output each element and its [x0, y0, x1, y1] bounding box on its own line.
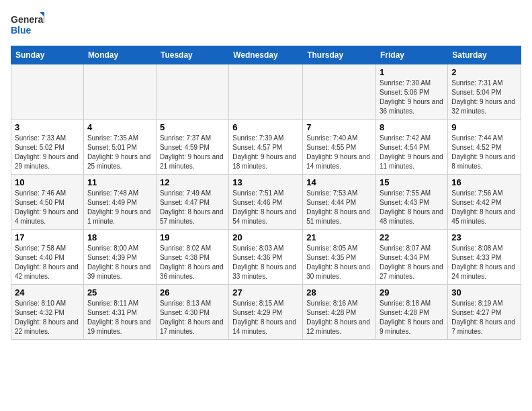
calendar-cell: 15Sunrise: 7:55 AM Sunset: 4:43 PM Dayli…: [376, 175, 448, 230]
calendar-cell: [303, 64, 376, 120]
day-info: Sunrise: 7:55 AM Sunset: 4:43 PM Dayligh…: [380, 189, 444, 226]
day-info: Sunrise: 7:35 AM Sunset: 5:01 PM Dayligh…: [87, 134, 152, 171]
day-number: 7: [306, 122, 372, 132]
calendar-cell: 5Sunrise: 7:37 AM Sunset: 4:59 PM Daylig…: [156, 120, 228, 175]
calendar-cell: 19Sunrise: 8:02 AM Sunset: 4:38 PM Dayli…: [156, 230, 228, 285]
calendar-cell: 7Sunrise: 7:40 AM Sunset: 4:55 PM Daylig…: [303, 120, 376, 175]
calendar-cell: 1Sunrise: 7:30 AM Sunset: 5:06 PM Daylig…: [376, 64, 448, 120]
day-info: Sunrise: 7:39 AM Sunset: 4:57 PM Dayligh…: [232, 134, 299, 171]
day-info: Sunrise: 7:40 AM Sunset: 4:55 PM Dayligh…: [306, 134, 372, 171]
calendar-cell: 21Sunrise: 8:05 AM Sunset: 4:35 PM Dayli…: [303, 230, 376, 285]
day-info: Sunrise: 8:19 AM Sunset: 4:27 PM Dayligh…: [451, 299, 517, 336]
calendar-cell: 27Sunrise: 8:15 AM Sunset: 4:29 PM Dayli…: [229, 285, 303, 340]
day-number: 18: [87, 232, 152, 242]
calendar-cell: 6Sunrise: 7:39 AM Sunset: 4:57 PM Daylig…: [229, 120, 303, 175]
calendar-cell: 11Sunrise: 7:48 AM Sunset: 4:49 PM Dayli…: [83, 175, 156, 230]
day-info: Sunrise: 7:42 AM Sunset: 4:54 PM Dayligh…: [380, 134, 444, 171]
day-number: 9: [451, 122, 517, 132]
day-number: 14: [306, 177, 372, 187]
calendar-cell: 4Sunrise: 7:35 AM Sunset: 5:01 PM Daylig…: [83, 120, 156, 175]
day-number: 27: [232, 287, 299, 298]
day-number: 5: [160, 122, 225, 132]
header-sunday: Sunday: [11, 46, 84, 64]
day-info: Sunrise: 7:46 AM Sunset: 4:50 PM Dayligh…: [15, 189, 80, 226]
header-saturday: Saturday: [448, 46, 521, 64]
week-row-0: 1Sunrise: 7:30 AM Sunset: 5:06 PM Daylig…: [11, 64, 521, 120]
calendar-cell: [83, 64, 156, 120]
calendar-table: SundayMondayTuesdayWednesdayThursdayFrid…: [11, 46, 521, 340]
header-friday: Friday: [376, 46, 448, 64]
logo: General Blue: [11, 11, 44, 40]
day-number: 16: [451, 177, 517, 187]
day-info: Sunrise: 7:49 AM Sunset: 4:47 PM Dayligh…: [160, 189, 225, 226]
day-number: 8: [380, 122, 444, 132]
day-number: 6: [232, 122, 299, 132]
day-info: Sunrise: 7:53 AM Sunset: 4:44 PM Dayligh…: [306, 189, 372, 226]
day-number: 3: [15, 122, 80, 132]
day-number: 21: [306, 232, 372, 242]
calendar-cell: [156, 64, 228, 120]
calendar-header-row: SundayMondayTuesdayWednesdayThursdayFrid…: [11, 46, 521, 64]
header-monday: Monday: [83, 46, 156, 64]
day-info: Sunrise: 8:10 AM Sunset: 4:32 PM Dayligh…: [15, 299, 80, 336]
calendar-cell: 8Sunrise: 7:42 AM Sunset: 4:54 PM Daylig…: [376, 120, 448, 175]
day-info: Sunrise: 7:33 AM Sunset: 5:02 PM Dayligh…: [15, 134, 80, 171]
header-thursday: Thursday: [303, 46, 376, 64]
day-number: 2: [451, 67, 517, 77]
calendar-cell: 12Sunrise: 7:49 AM Sunset: 4:47 PM Dayli…: [156, 175, 228, 230]
day-info: Sunrise: 8:07 AM Sunset: 4:34 PM Dayligh…: [380, 244, 444, 281]
day-info: Sunrise: 8:00 AM Sunset: 4:39 PM Dayligh…: [87, 244, 152, 281]
day-number: 15: [380, 177, 444, 187]
calendar-cell: 28Sunrise: 8:16 AM Sunset: 4:28 PM Dayli…: [303, 285, 376, 340]
logo-svg: General Blue: [11, 11, 44, 40]
day-info: Sunrise: 8:13 AM Sunset: 4:30 PM Dayligh…: [160, 299, 225, 336]
calendar-cell: 14Sunrise: 7:53 AM Sunset: 4:44 PM Dayli…: [303, 175, 376, 230]
day-info: Sunrise: 8:05 AM Sunset: 4:35 PM Dayligh…: [306, 244, 372, 281]
calendar-cell: 23Sunrise: 8:08 AM Sunset: 4:33 PM Dayli…: [448, 230, 521, 285]
day-info: Sunrise: 7:58 AM Sunset: 4:40 PM Dayligh…: [15, 244, 80, 281]
header-tuesday: Tuesday: [156, 46, 228, 64]
header: General Blue: [11, 11, 521, 40]
calendar-cell: 18Sunrise: 8:00 AM Sunset: 4:39 PM Dayli…: [83, 230, 156, 285]
day-number: 26: [160, 287, 225, 298]
header-wednesday: Wednesday: [229, 46, 303, 64]
day-number: 30: [451, 287, 517, 298]
calendar-cell: 16Sunrise: 7:56 AM Sunset: 4:42 PM Dayli…: [448, 175, 521, 230]
day-number: 23: [451, 232, 517, 242]
day-number: 22: [380, 232, 444, 242]
day-info: Sunrise: 7:56 AM Sunset: 4:42 PM Dayligh…: [451, 189, 517, 226]
day-info: Sunrise: 8:08 AM Sunset: 4:33 PM Dayligh…: [451, 244, 517, 281]
day-number: 20: [232, 232, 299, 242]
calendar-cell: 3Sunrise: 7:33 AM Sunset: 5:02 PM Daylig…: [11, 120, 84, 175]
day-info: Sunrise: 7:37 AM Sunset: 4:59 PM Dayligh…: [160, 134, 225, 171]
calendar-cell: 20Sunrise: 8:03 AM Sunset: 4:36 PM Dayli…: [229, 230, 303, 285]
day-info: Sunrise: 7:44 AM Sunset: 4:52 PM Dayligh…: [451, 134, 517, 171]
calendar-cell: 24Sunrise: 8:10 AM Sunset: 4:32 PM Dayli…: [11, 285, 84, 340]
day-info: Sunrise: 7:51 AM Sunset: 4:46 PM Dayligh…: [232, 189, 299, 226]
day-number: 12: [160, 177, 225, 187]
calendar-cell: 22Sunrise: 8:07 AM Sunset: 4:34 PM Dayli…: [376, 230, 448, 285]
calendar-cell: 29Sunrise: 8:18 AM Sunset: 4:28 PM Dayli…: [376, 285, 448, 340]
day-number: 19: [160, 232, 225, 242]
day-number: 1: [380, 67, 444, 77]
day-number: 29: [380, 287, 444, 298]
calendar-cell: [229, 64, 303, 120]
calendar-cell: 17Sunrise: 7:58 AM Sunset: 4:40 PM Dayli…: [11, 230, 84, 285]
day-number: 11: [87, 177, 152, 187]
calendar-cell: 10Sunrise: 7:46 AM Sunset: 4:50 PM Dayli…: [11, 175, 84, 230]
week-row-3: 17Sunrise: 7:58 AM Sunset: 4:40 PM Dayli…: [11, 230, 521, 285]
calendar-cell: 13Sunrise: 7:51 AM Sunset: 4:46 PM Dayli…: [229, 175, 303, 230]
week-row-2: 10Sunrise: 7:46 AM Sunset: 4:50 PM Dayli…: [11, 175, 521, 230]
calendar-cell: 25Sunrise: 8:11 AM Sunset: 4:31 PM Dayli…: [83, 285, 156, 340]
day-info: Sunrise: 7:31 AM Sunset: 5:04 PM Dayligh…: [451, 79, 517, 116]
calendar-cell: 2Sunrise: 7:31 AM Sunset: 5:04 PM Daylig…: [448, 64, 521, 120]
day-number: 13: [232, 177, 299, 187]
week-row-1: 3Sunrise: 7:33 AM Sunset: 5:02 PM Daylig…: [11, 120, 521, 175]
day-number: 17: [15, 232, 80, 242]
day-info: Sunrise: 7:48 AM Sunset: 4:49 PM Dayligh…: [87, 189, 152, 226]
svg-text:Blue: Blue: [11, 25, 32, 36]
day-number: 10: [15, 177, 80, 187]
day-info: Sunrise: 8:15 AM Sunset: 4:29 PM Dayligh…: [232, 299, 299, 336]
calendar-cell: [11, 64, 84, 120]
day-number: 28: [306, 287, 372, 298]
